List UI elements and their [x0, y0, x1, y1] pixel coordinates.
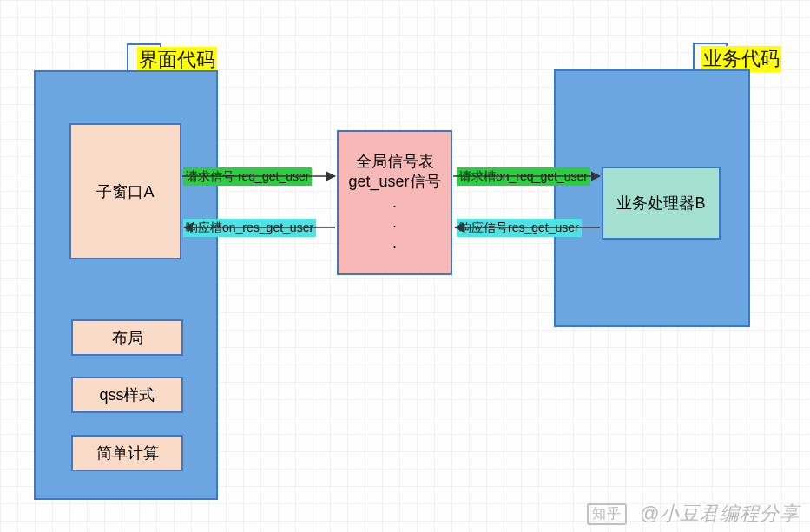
sub-box-qss: qss样式 [71, 377, 183, 413]
header-business-code: 业务代码 [701, 46, 781, 72]
sub-box-calc-label: 简单计算 [96, 443, 159, 463]
diagram-canvas: 界面代码 子窗口A 布局 qss样式 简单计算 业务代码 业务处理器B 全局信号… [0, 0, 810, 532]
label-request-slot: 请求槽on_req_get_user [457, 167, 590, 186]
business-handler-b-label: 业务处理器B [616, 193, 705, 213]
label-response-signal: 响应信号res_get_user [457, 219, 582, 237]
watermark-site: 知乎 [587, 503, 627, 525]
global-signal-table: 全局信号表 get_user信号 . . . [337, 130, 452, 275]
signal-table-dot: . [392, 193, 397, 213]
sub-box-calc: 简单计算 [71, 435, 183, 471]
sub-box-layout-label: 布局 [112, 327, 143, 348]
sub-box-qss-label: qss样式 [99, 384, 155, 405]
signal-table-dot: . [392, 233, 397, 253]
signal-table-title2: get_user信号 [348, 172, 440, 192]
signal-table-title1: 全局信号表 [356, 152, 434, 172]
header-ui-code: 界面代码 [137, 47, 217, 73]
label-response-slot: 响应槽on_res_get_user [183, 219, 316, 237]
child-window-a-label: 子窗口A [96, 181, 154, 202]
watermark: 知乎 @小豆君编程分享 [587, 501, 800, 527]
business-handler-b: 业务处理器B [602, 167, 721, 240]
child-window-a: 子窗口A [69, 123, 181, 259]
signal-table-dot: . [392, 213, 397, 233]
watermark-author: @小豆君编程分享 [640, 502, 800, 524]
sub-box-layout: 布局 [71, 319, 183, 356]
label-request-signal: 请求信号 req_get_user [183, 167, 312, 186]
